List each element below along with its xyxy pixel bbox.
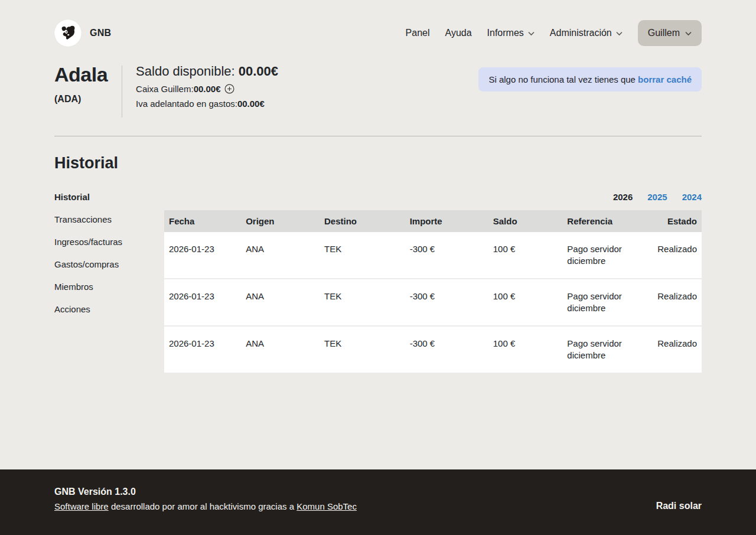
brand[interactable]: GNB — [54, 19, 111, 47]
cell-referencia: Pago servidor diciembre — [562, 232, 647, 279]
saldo-value: 00.00€ — [239, 64, 278, 79]
section-divider — [54, 136, 702, 136]
cell-saldo: 100 € — [488, 326, 563, 373]
iva-label: Iva adelantado en gastos: — [136, 99, 237, 109]
sidebar-item-historial[interactable]: Historial — [54, 192, 164, 202]
nav-item-panel[interactable]: Panel — [406, 28, 430, 38]
sidebar-item-transacciones[interactable]: Transacciones — [54, 214, 164, 224]
page-footer: GNB Versión 1.3.0 Software libre desarro… — [0, 469, 756, 535]
cell-destino: TEK — [320, 326, 405, 373]
cell-referencia: Pago servidor diciembre — [562, 326, 647, 373]
top-navbar: GNB Panel Ayuda Informes Administración … — [54, 0, 702, 47]
page: GNB Panel Ayuda Informes Administración … — [0, 0, 756, 469]
year-filter: 2026 2025 2024 — [164, 192, 702, 202]
col-header-fecha: Fecha — [164, 210, 241, 232]
sidebar-item-miembros[interactable]: Miembros — [54, 282, 164, 292]
user-menu-button[interactable]: Guillem — [638, 20, 702, 46]
cell-estado: Realizado — [647, 279, 702, 326]
iva-value: 00.00€ — [237, 99, 265, 109]
table-row: 2026-01-23 ANA TEK -300 € 100 € Pago ser… — [164, 279, 702, 326]
cell-estado: Realizado — [647, 232, 702, 279]
cell-fecha: 2026-01-23 — [164, 279, 241, 326]
cache-notice: Si algo no funciona tal vez tienes que b… — [478, 67, 702, 92]
col-header-importe: Importe — [405, 210, 488, 232]
balances: Saldo disponible: 00.00€ Caixa Guillem: … — [136, 64, 278, 109]
table-header-row: Fecha Origen Destino Importe Saldo Refer… — [164, 210, 702, 232]
content-area: Historial Transacciones Ingresos/factura… — [54, 192, 702, 373]
year-link-2024[interactable]: 2024 — [682, 192, 702, 202]
account-identity: Adala (ADA) — [54, 64, 107, 105]
cell-estado: Realizado — [647, 326, 702, 373]
account-header: Adala (ADA) Saldo disponible: 00.00€ Cai… — [54, 64, 702, 118]
table-row: 2026-01-23 ANA TEK -300 € 100 € Pago ser… — [164, 232, 702, 279]
cell-referencia: Pago servidor diciembre — [562, 279, 647, 326]
sidebar-item-gastos-compras[interactable]: Gastos/compras — [54, 259, 164, 269]
cell-saldo: 100 € — [488, 279, 563, 326]
sidebar-item-ingresos-facturas[interactable]: Ingresos/facturas — [54, 237, 164, 247]
nav-item-ayuda[interactable]: Ayuda — [445, 28, 472, 38]
software-libre-link[interactable]: Software libre — [54, 501, 109, 511]
main-nav: Panel Ayuda Informes Administración Guil… — [406, 20, 702, 46]
cell-importe: -300 € — [405, 232, 488, 279]
cache-notice-text: Si algo no funciona tal vez tienes que — [488, 74, 638, 84]
footer-credits-text: desarrollado por amor al hacktivismo gra… — [109, 501, 296, 511]
iva-line: Iva adelantado en gastos: 00.00€ — [136, 99, 278, 109]
table-row: 2026-01-23 ANA TEK -300 € 100 € Pago ser… — [164, 326, 702, 373]
nav-item-administracion[interactable]: Administración — [550, 28, 623, 38]
plus-circle-icon[interactable] — [224, 84, 234, 94]
account-code: (ADA) — [54, 94, 107, 105]
page-title: Historial — [54, 154, 702, 172]
cell-origen: ANA — [241, 232, 320, 279]
caixa-value: 00.00€ — [194, 84, 221, 94]
cell-importe: -300 € — [405, 279, 488, 326]
nav-item-ayuda-label: Ayuda — [445, 28, 472, 38]
brand-name: GNB — [90, 28, 111, 38]
clear-cache-link[interactable]: borrar caché — [638, 74, 692, 84]
caixa-line: Caixa Guillem: 00.00€ — [136, 84, 278, 94]
col-header-origen: Origen — [241, 210, 320, 232]
history-table: Fecha Origen Destino Importe Saldo Refer… — [164, 210, 702, 373]
cell-fecha: 2026-01-23 — [164, 326, 241, 373]
cell-destino: TEK — [320, 232, 405, 279]
saldo-label: Saldo disponible: — [136, 64, 239, 79]
year-link-2026[interactable]: 2026 — [613, 192, 633, 202]
footer-credits: Software libre desarrollado por amor al … — [54, 501, 357, 511]
col-header-referencia: Referencia — [562, 210, 647, 232]
footer-left: GNB Versión 1.3.0 Software libre desarro… — [54, 487, 357, 511]
user-menu-label: Guillem — [648, 28, 680, 38]
komun-sobtec-link[interactable]: Komun SobTec — [296, 501, 357, 511]
nav-item-panel-label: Panel — [406, 28, 430, 38]
nav-item-informes-label: Informes — [487, 28, 524, 38]
saldo-disponible: Saldo disponible: 00.00€ — [136, 64, 278, 79]
caixa-label: Caixa Guillem: — [136, 84, 194, 94]
history-main: 2026 2025 2024 Fecha Origen Destino Impo… — [164, 192, 702, 373]
col-header-estado: Estado — [647, 210, 702, 232]
chevron-down-icon — [528, 28, 535, 38]
cell-fecha: 2026-01-23 — [164, 232, 241, 279]
cell-importe: -300 € — [405, 326, 488, 373]
cell-origen: ANA — [241, 326, 320, 373]
section-sidebar: Historial Transacciones Ingresos/factura… — [54, 192, 164, 373]
cell-origen: ANA — [241, 279, 320, 326]
vertical-divider — [122, 66, 122, 118]
app-version: GNB Versión 1.3.0 — [54, 487, 357, 497]
chevron-down-icon — [685, 28, 692, 38]
panda-logo-icon — [54, 19, 82, 47]
sidebar-item-acciones[interactable]: Acciones — [54, 304, 164, 314]
cell-saldo: 100 € — [488, 232, 563, 279]
chevron-down-icon — [616, 28, 623, 38]
nav-item-administracion-label: Administración — [550, 28, 612, 38]
footer-right-text: Radi solar — [656, 501, 702, 511]
col-header-saldo: Saldo — [488, 210, 563, 232]
nav-item-informes[interactable]: Informes — [487, 28, 535, 38]
account-name: Adala — [54, 64, 107, 86]
col-header-destino: Destino — [320, 210, 405, 232]
year-link-2025[interactable]: 2025 — [647, 192, 667, 202]
cell-destino: TEK — [320, 279, 405, 326]
